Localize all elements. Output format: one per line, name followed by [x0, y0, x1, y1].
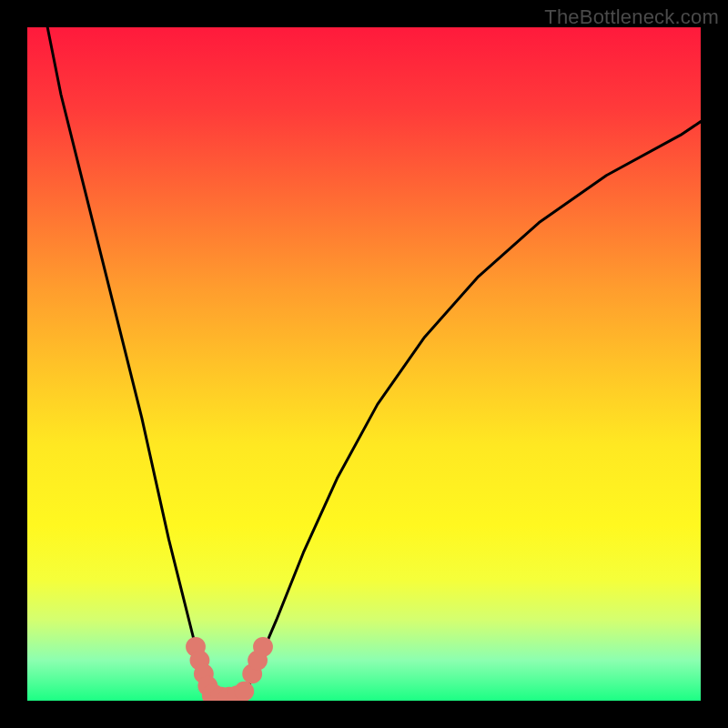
chart-frame: TheBottleneck.com — [0, 0, 728, 728]
plot-area — [27, 27, 701, 701]
curve-marker — [234, 682, 254, 701]
curve-marker — [253, 637, 273, 657]
watermark-text: TheBottleneck.com — [544, 5, 719, 29]
curve-layer — [27, 27, 701, 701]
bottleneck-curve — [47, 27, 701, 701]
